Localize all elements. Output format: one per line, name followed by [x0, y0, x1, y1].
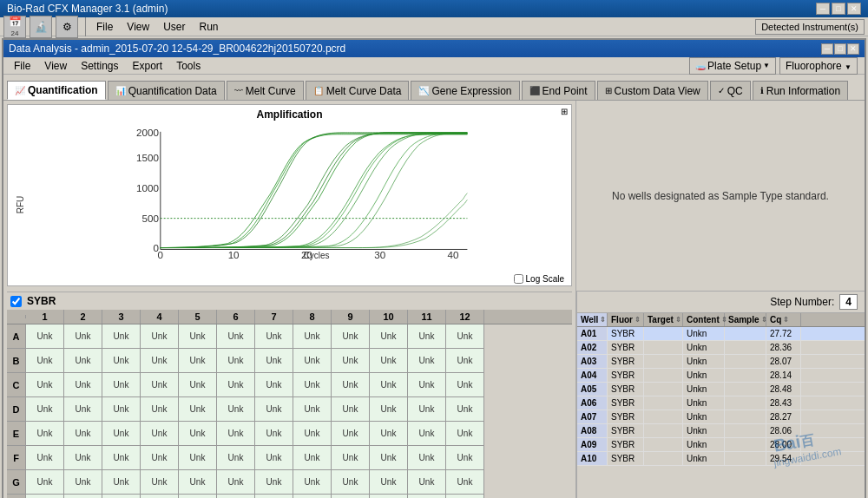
menu-user[interactable]: User: [156, 19, 192, 35]
plate-cell-E4[interactable]: Unk: [141, 422, 179, 446]
plate-cell-B5[interactable]: Unk: [179, 349, 217, 373]
plate-cell-D7[interactable]: Unk: [255, 397, 293, 422]
plate-cell-G3[interactable]: Unk: [102, 470, 141, 495]
plate-cell-B2[interactable]: Unk: [64, 349, 102, 373]
plate-cell-D2[interactable]: Unk: [64, 397, 102, 422]
plate-cell-E7[interactable]: Unk: [255, 422, 293, 446]
plate-cell-A9[interactable]: Unk: [332, 324, 370, 349]
plate-cell-D4[interactable]: Unk: [141, 397, 179, 422]
plate-cell-E5[interactable]: Unk: [179, 422, 217, 446]
plate-cell-A6[interactable]: Unk: [217, 324, 255, 349]
plate-cell-F3[interactable]: Unk: [102, 446, 141, 470]
dt-row-A05[interactable]: A05SYBRUnkn28.48: [577, 383, 865, 396]
plate-cell-D1[interactable]: Unk: [26, 397, 64, 422]
plate-cell-F10[interactable]: Unk: [370, 446, 408, 470]
detected-instrument[interactable]: Detected Instrument(s): [755, 19, 865, 35]
plate-cell-F7[interactable]: Unk: [255, 446, 293, 470]
plate-cell-E10[interactable]: Unk: [370, 422, 408, 446]
menu-view[interactable]: View: [120, 19, 156, 35]
da-menu-tools[interactable]: Tools: [169, 58, 207, 74]
plate-cell-E3[interactable]: Unk: [102, 422, 141, 446]
plate-cell-F9[interactable]: Unk: [332, 446, 370, 470]
sybr-checkbox[interactable]: [10, 296, 22, 307]
plate-cell-C7[interactable]: Unk: [255, 373, 293, 397]
menu-run[interactable]: Run: [192, 19, 225, 35]
plate-cell-G7[interactable]: Unk: [255, 470, 293, 495]
dt-row-A04[interactable]: A04SYBRUnkn28.14: [577, 369, 865, 383]
dt-row-A02[interactable]: A02SYBRUnkn28.36: [577, 341, 865, 355]
plate-cell-E11[interactable]: Unk: [408, 422, 446, 446]
plate-cell-C4[interactable]: Unk: [141, 373, 179, 397]
tab-quantification[interactable]: 📈 Quantification: [7, 81, 106, 100]
dt-row-A08[interactable]: A08SYBRUnkn28.06: [577, 424, 865, 438]
plate-cell-G4[interactable]: Unk: [141, 470, 179, 495]
chart-expand-btn[interactable]: ⊞: [561, 107, 568, 116]
plate-setup-btn[interactable]: 🧫 Plate Setup ▼: [689, 57, 776, 75]
plate-cell-B8[interactable]: Unk: [293, 349, 332, 373]
plate-cell-H4[interactable]: Unk: [141, 495, 179, 498]
plate-cell-B9[interactable]: Unk: [332, 349, 370, 373]
dt-row-A10[interactable]: A10SYBRUnkn29.54: [577, 452, 865, 466]
dt-row-A01[interactable]: A01SYBRUnkn27.72: [577, 327, 865, 341]
plate-cell-B10[interactable]: Unk: [370, 349, 408, 373]
plate-cell-F4[interactable]: Unk: [141, 446, 179, 470]
plate-cell-C10[interactable]: Unk: [370, 373, 408, 397]
data-table[interactable]: Well ⇕ Fluor ⇕ Target ⇕ Content ⇕ Sample…: [577, 313, 865, 498]
plate-cell-D12[interactable]: Unk: [446, 397, 484, 422]
menu-file[interactable]: File: [89, 19, 120, 35]
dt-header-content[interactable]: Content ⇕: [683, 313, 725, 326]
da-maximize-btn[interactable]: □: [834, 43, 846, 55]
plate-cell-D10[interactable]: Unk: [370, 397, 408, 422]
plate-cell-C9[interactable]: Unk: [332, 373, 370, 397]
tab-run-information[interactable]: ℹ Run Information: [753, 81, 848, 100]
tab-qc[interactable]: ✓ QC: [710, 81, 751, 100]
plate-cell-A12[interactable]: Unk: [446, 324, 484, 349]
plate-cell-H1[interactable]: Unk: [26, 495, 64, 498]
da-minimize-btn[interactable]: ─: [821, 43, 833, 55]
plate-cell-B6[interactable]: Unk: [217, 349, 255, 373]
plate-cell-H5[interactable]: Unk: [179, 495, 217, 498]
instrument-icon[interactable]: 🔬: [30, 16, 52, 38]
plate-cell-H2[interactable]: Unk: [64, 495, 102, 498]
tab-melt-curve[interactable]: 〰 Melt Curve: [227, 81, 304, 100]
dt-header-sample[interactable]: Sample ⇕: [725, 313, 766, 326]
plate-cell-H3[interactable]: Unk: [102, 495, 141, 498]
da-menu-file[interactable]: File: [7, 58, 37, 74]
close-btn[interactable]: ✕: [847, 3, 861, 15]
plate-cell-E12[interactable]: Unk: [446, 422, 484, 446]
plate-cell-A10[interactable]: Unk: [370, 324, 408, 349]
plate-cell-E6[interactable]: Unk: [217, 422, 255, 446]
plate-cell-H11[interactable]: Unk: [408, 495, 446, 498]
plate-cell-B11[interactable]: Unk: [408, 349, 446, 373]
plate-cell-H6[interactable]: Unk: [217, 495, 255, 498]
plate-cell-G12[interactable]: Unk: [446, 470, 484, 495]
plate-cell-F6[interactable]: Unk: [217, 446, 255, 470]
plate-cell-A1[interactable]: Unk: [26, 324, 64, 349]
plate-cell-C2[interactable]: Unk: [64, 373, 102, 397]
plate-cell-D5[interactable]: Unk: [179, 397, 217, 422]
plate-cell-F5[interactable]: Unk: [179, 446, 217, 470]
plate-cell-G2[interactable]: Unk: [64, 470, 102, 495]
plate-cell-F1[interactable]: Unk: [26, 446, 64, 470]
plate-cell-C5[interactable]: Unk: [179, 373, 217, 397]
plate-cell-D8[interactable]: Unk: [293, 397, 332, 422]
plate-cell-H12[interactable]: Unk: [446, 495, 484, 498]
plate-cell-F8[interactable]: Unk: [293, 446, 332, 470]
plate-cell-G9[interactable]: Unk: [332, 470, 370, 495]
tab-custom-data-view[interactable]: ⊞ Custom Data View: [597, 81, 708, 100]
dt-row-A09[interactable]: A09SYBRUnkn28.00: [577, 438, 865, 452]
plate-cell-G10[interactable]: Unk: [370, 470, 408, 495]
fluorophore-btn[interactable]: Fluorophore ▼: [779, 57, 858, 75]
tab-gene-expression[interactable]: 📉 Gene Expression: [411, 81, 519, 100]
plate-cell-H10[interactable]: Unk: [370, 495, 408, 498]
da-menu-view[interactable]: View: [37, 58, 74, 74]
plate-cell-H8[interactable]: Unk: [293, 495, 332, 498]
plate-cell-C6[interactable]: Unk: [217, 373, 255, 397]
plate-cell-D9[interactable]: Unk: [332, 397, 370, 422]
plate-cell-F12[interactable]: Unk: [446, 446, 484, 470]
plate-cell-A7[interactable]: Unk: [255, 324, 293, 349]
plate-cell-G11[interactable]: Unk: [408, 470, 446, 495]
plate-cell-C8[interactable]: Unk: [293, 373, 332, 397]
plate-cell-C12[interactable]: Unk: [446, 373, 484, 397]
plate-cell-D11[interactable]: Unk: [408, 397, 446, 422]
